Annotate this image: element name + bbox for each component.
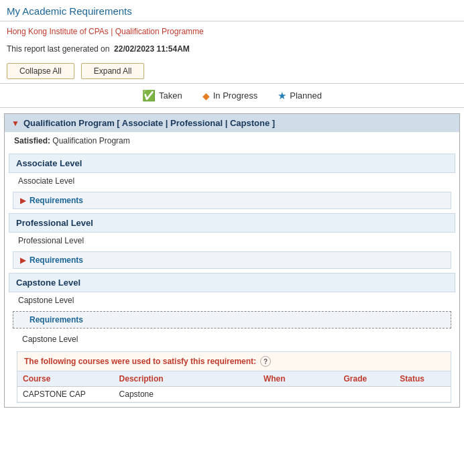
col-header-course: Course [17,371,114,387]
planned-label: Planned [290,91,322,101]
courses-header-text: The following courses were used to satis… [24,357,256,366]
collapse-chevron-icon: ▼ [11,119,19,128]
courses-header: The following courses were used to satis… [17,352,451,371]
cell-description: Capstone [114,387,258,402]
button-bar: Collapse All Expand All [0,59,464,84]
capstone-level-section: Capstone Level Capstone Level ▶ Requirem… [9,273,455,403]
collapse-all-button[interactable]: Collapse All [7,63,74,79]
legend-bar: ✅ Taken ◆ In Progress ★ Planned [0,84,464,108]
legend-planned: ★ Planned [278,89,322,102]
main-section-title: Qualification Program [ Associate | Prof… [23,118,275,128]
associate-level-section: Associate Level Associate Level ▶ Requir… [9,154,455,209]
planned-icon: ★ [278,90,286,102]
associate-level-desc: Associate Level [9,173,455,189]
inprogress-label: In Progress [213,91,257,101]
cell-grade [339,387,395,402]
capstone-requirements-label: Requirements [30,315,83,324]
courses-box: The following courses were used to satis… [17,351,451,403]
page-title: My Academic Requirements [0,0,464,21]
capstone-level-header[interactable]: Capstone Level [9,273,455,292]
table-row: CAPSTONE CAP Capstone [17,387,451,402]
taken-label: Taken [159,91,182,101]
satisfied-label: Satisfied: [14,136,50,145]
professional-level-section: Professional Level Professional Level ▶ … [9,213,455,269]
org-name: Hong Kong Institute of CPAs [7,27,109,36]
associate-level-header[interactable]: Associate Level [9,154,455,173]
report-date: This report last generated on 22/02/2023… [0,42,464,59]
cell-when [258,387,339,402]
main-section-header[interactable]: ▼ Qualification Program [ Associate | Pr… [5,114,459,132]
report-label: This report last generated on [7,44,109,54]
capstone-requirements-row[interactable]: ▶ Requirements [13,311,451,329]
professional-requirements-label: Requirements [30,255,83,265]
taken-icon: ✅ [142,89,156,102]
satisfied-value-text: Qualification Program [52,136,129,145]
professional-level-header[interactable]: Professional Level [9,213,455,233]
help-icon[interactable]: ? [260,356,271,367]
programme-name: Qualification Programme [115,27,204,36]
col-header-when: When [258,371,339,387]
subtitle-bar: Hong Kong Institute of CPAs | Qualificat… [0,21,464,42]
capstone-sub-desc: Capstone Level [9,331,455,347]
col-header-status: Status [394,371,451,387]
associate-requirements-label: Requirements [30,196,83,205]
inprogress-icon: ◆ [202,91,210,101]
report-date-value: 22/02/2023 11:54AM [114,44,190,54]
col-header-grade: Grade [339,371,395,387]
col-header-description: Description [114,371,258,387]
courses-table: Course Description When Grade Status CAP… [17,371,451,402]
courses-table-header-row: Course Description When Grade Status [17,371,451,387]
cell-course: CAPSTONE CAP [17,387,114,402]
professional-level-desc: Professional Level [9,233,455,249]
legend-taken: ✅ Taken [142,89,182,102]
req-chevron-icon-2: ▶ [20,256,25,265]
satisfied-row: Satisfied: Qualification Program [5,132,459,150]
capstone-level-desc: Capstone Level [9,292,455,308]
professional-requirements-row[interactable]: ▶ Requirements [13,251,451,269]
req-chevron-icon: ▶ [20,196,25,205]
expand-all-button[interactable]: Expand All [81,63,145,79]
cell-status [394,387,451,402]
main-section: ▼ Qualification Program [ Associate | Pr… [4,113,460,408]
legend-inprogress: ◆ In Progress [202,89,257,102]
associate-requirements-row[interactable]: ▶ Requirements [13,192,451,209]
